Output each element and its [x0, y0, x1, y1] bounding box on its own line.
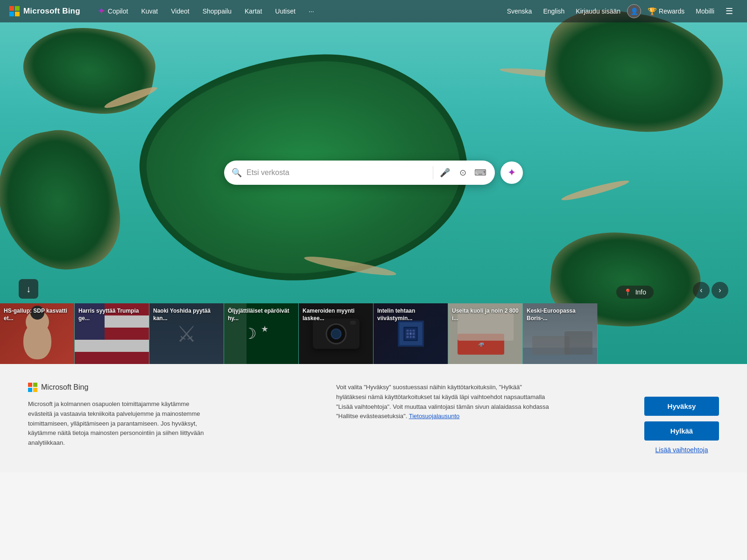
accept-button[interactable]: Hyväksy [644, 397, 719, 416]
search-input[interactable] [247, 168, 428, 177]
news-card-4[interactable]: ☽ ★ Öljyjättiläiset epäröivät hy... [224, 303, 299, 364]
nav-kuvat[interactable]: Kuvat [135, 5, 163, 18]
divider [433, 166, 433, 179]
info-button[interactable]: 📍 Info [616, 286, 654, 299]
news-title-6: Intelin tehtaan viivästymin... [377, 307, 444, 322]
carousel-nav: ‹ › [693, 282, 728, 299]
news-title-3: Naoki Yoshida pyytää kan... [153, 307, 220, 322]
news-title-4: Öljyjättiläiset epäröivät hy... [228, 307, 295, 322]
search-container: 🔍 🎤 ⊙ ⌨ ✦ [224, 161, 523, 185]
trophy-icon: 🏆 [648, 7, 657, 16]
news-title-5: Kameroiden myynti laskee... [303, 307, 369, 322]
nav-right: Svenska English Kirjaudu sisään 👤 🏆 Rewa… [502, 3, 738, 20]
decline-button[interactable]: Hylkää [644, 421, 719, 441]
copilot-icon: ✦ [97, 5, 106, 17]
consent-left: Microsoft Bing Microsoft ja kolmannen os… [28, 383, 308, 448]
keyboard-icon[interactable]: ⌨ [473, 166, 487, 180]
nav-uutiset[interactable]: Uutiset [269, 5, 301, 18]
news-card-6[interactable]: Intelin tehtaan viivästymin... [374, 303, 448, 364]
scroll-down-button[interactable]: ↓ [19, 279, 38, 299]
news-card-8[interactable]: Keski-Euroopassa Boris-... [523, 303, 598, 364]
news-title-8: Keski-Euroopassa Boris-... [527, 307, 593, 322]
consent-middle: Voit valita "Hyväksy" suostuessasi näihi… [336, 383, 616, 421]
copilot-button-icon: ✦ [507, 167, 516, 179]
lang-english[interactable]: English [538, 5, 569, 17]
login-btn[interactable]: Kirjaudu sisään [571, 5, 625, 17]
more-options-link[interactable]: Lisää vaihtoehtoja [644, 446, 719, 454]
news-strip: HS-gallup: SDP kasvatti et... Harris syy… [0, 303, 747, 364]
consent-brand: Microsoft Bing [41, 383, 88, 392]
hero-section: 🔍 🎤 ⊙ ⌨ ✦ ↓ 📍 Info ‹ › [0, 0, 747, 364]
news-card-1[interactable]: HS-gallup: SDP kasvatti et... [0, 303, 75, 364]
menu-icon[interactable]: ☰ [721, 3, 738, 20]
consent-left-text: Microsoft ja kolmannen osapuolen toimitt… [28, 399, 205, 448]
news-title-2: Harris syyttää Trumpia ge... [78, 307, 145, 322]
mobile-btn[interactable]: Mobilli [691, 5, 719, 17]
consent-right: Hyväksy Hylkää Lisää vaihtoehtoja [644, 383, 719, 454]
news-card-7[interactable]: 🚑 Useita kuoli ja noin 2 800 i... [448, 303, 523, 364]
nav-copilot[interactable]: ✦ Copilot [92, 2, 134, 20]
nav-videot[interactable]: Videot [165, 5, 195, 18]
copilot-button[interactable]: ✦ [500, 161, 523, 184]
news-title-1: HS-gallup: SDP kasvatti et... [4, 307, 70, 322]
privacy-link[interactable]: Tietosuojalausunto [409, 413, 460, 420]
location-icon: 📍 [624, 288, 632, 296]
nav-kartat[interactable]: Kartat [239, 5, 268, 18]
consent-logo: Microsoft Bing [28, 383, 308, 392]
visual-search-icon[interactable]: ⊙ [456, 166, 470, 180]
nav-shoppailu[interactable]: Shoppailu [197, 5, 237, 18]
news-card-5[interactable]: Kameroiden myynti laskee... [299, 303, 374, 364]
search-bar: 🔍 🎤 ⊙ ⌨ [224, 161, 495, 185]
lang-svenska[interactable]: Svenska [502, 5, 537, 17]
consent-bar: Microsoft Bing Microsoft ja kolmannen os… [0, 364, 747, 472]
news-card-3[interactable]: ⚔ Naoki Yoshida pyytää kan... [149, 303, 224, 364]
microphone-icon[interactable]: 🎤 [438, 166, 452, 180]
search-icon: 🔍 [232, 168, 242, 178]
news-title-7: Useita kuoli ja noin 2 800 i... [452, 307, 519, 322]
microsoft-logo-icon [9, 6, 20, 16]
rewards-btn[interactable]: 🏆 Rewards [643, 5, 689, 18]
search-actions: 🎤 ⊙ ⌨ [438, 166, 487, 180]
consent-middle-text: Voit valita "Hyväksy" suostuessasi näihi… [336, 383, 551, 421]
carousel-next-button[interactable]: › [712, 282, 728, 299]
brand-name: Microsoft Bing [23, 7, 80, 16]
avatar-icon[interactable]: 👤 [627, 4, 641, 18]
nav-links: ✦ Copilot Kuvat Videot Shoppailu Kartat … [92, 2, 320, 20]
brand-logo[interactable]: Microsoft Bing [9, 6, 80, 16]
news-card-2[interactable]: Harris syyttää Trumpia ge... [75, 303, 149, 364]
navbar: Microsoft Bing ✦ Copilot Kuvat Videot Sh… [0, 0, 747, 22]
nav-more[interactable]: ··· [303, 5, 320, 18]
consent-ms-icon [28, 383, 37, 392]
carousel-prev-button[interactable]: ‹ [693, 282, 710, 299]
